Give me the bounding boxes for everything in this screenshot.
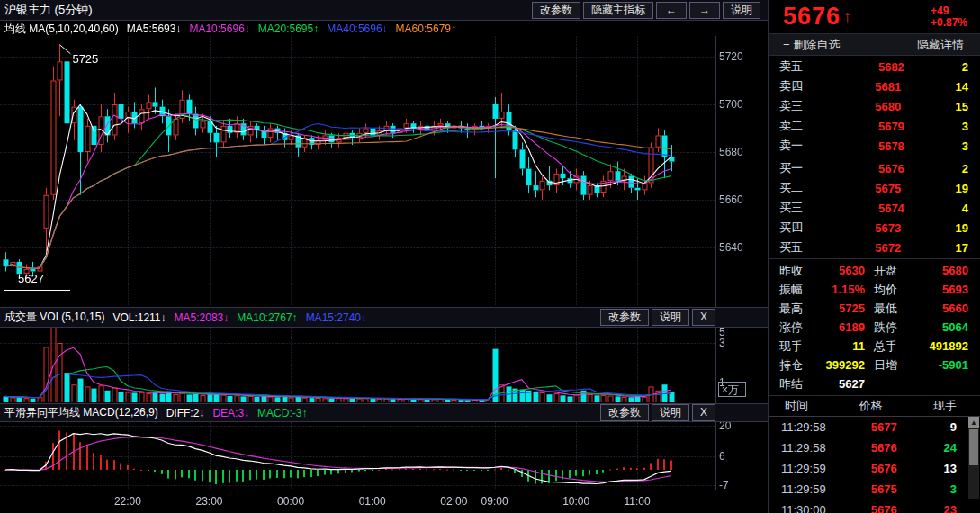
ask-row[interactable]: 卖五56822 [769, 57, 980, 76]
help-button[interactable]: 说明 [652, 404, 689, 421]
trade-time: 11:30:00 [781, 503, 854, 513]
level-label: 卖一 [779, 138, 821, 154]
trade-row[interactable]: 11:29:58567624 [769, 437, 980, 458]
next-arrow-button[interactable]: → [689, 2, 720, 19]
stat-row: 持仓399292日增-5901 [769, 356, 980, 374]
scroll-thumb[interactable] [969, 429, 978, 465]
level-label: 卖五 [779, 58, 821, 75]
price-chart-canvas[interactable] [0, 0, 768, 513]
stat-label: 昨收 [779, 263, 803, 279]
level-label: 卖二 [779, 118, 821, 134]
scroll-up-button[interactable]: ▲ [968, 417, 979, 428]
indicator-value: MA10:5696↓ [189, 22, 249, 35]
stat-value: 5064 [942, 320, 968, 334]
level-qty: 3 [962, 140, 968, 153]
help-button[interactable]: 说明 [652, 309, 689, 326]
chart-region: 沪银主力 (5分钟) 改参数隐藏主指标←→说明 均线 MA(5,10,20,40… [0, 0, 768, 513]
trade-row[interactable]: 11:30:00567623 [769, 500, 980, 513]
indicator-value: MA40:5696↓ [327, 22, 387, 35]
ask-row[interactable]: 卖二56793 [769, 116, 980, 136]
level-price: 5673 [821, 221, 956, 235]
trade-price: 5676 [854, 503, 914, 513]
trade-price: 5677 [854, 420, 914, 434]
trade-time: 11:29:59 [781, 462, 854, 475]
remove-watchlist-button[interactable]: − 删除自选 [783, 37, 840, 53]
stat-value: 5627 [839, 377, 874, 391]
bid-row[interactable]: 买二567519 [769, 178, 980, 198]
trade-history: 时间 价格 现手 11:29:585677911:29:5856762411:2… [769, 396, 980, 513]
stat-cell: 最低5660 [874, 301, 968, 317]
macd-panel-header: 平滑异同平均线 MACD(12,26,9)DIFF:2↓DEA:3↓MACD:-… [0, 403, 768, 422]
level-qty: 4 [962, 202, 968, 215]
bid-row[interactable]: 买五567217 [769, 238, 980, 257]
level-qty: 17 [956, 241, 968, 255]
col-qty: 现手 [899, 398, 957, 414]
stat-row: 现手11总手491892 [769, 337, 980, 356]
stat-label: 跌停 [874, 320, 897, 336]
change-params-button[interactable]: 改参数 [532, 2, 580, 19]
minus-icon: − [783, 38, 790, 51]
scrollbar[interactable]: ▲ [968, 417, 979, 499]
stat-cell: 跌停5064 [874, 320, 968, 336]
level-price: 5676 [821, 162, 962, 176]
level-label: 买二 [779, 180, 821, 196]
indicator-value: MA5:5693↓ [127, 22, 182, 35]
hide-details-button[interactable]: 隐藏详情 [917, 37, 964, 53]
close-button[interactable]: X [692, 309, 715, 326]
close-button[interactable]: X [692, 404, 715, 421]
stat-label: 均价 [874, 282, 897, 298]
bid-row[interactable]: 买四567319 [769, 218, 980, 238]
trade-qty: 24 [914, 441, 957, 454]
bid-row[interactable]: 买三56744 [769, 198, 980, 218]
stat-row: 昨结5627 [769, 374, 980, 393]
stat-label: 开盘 [874, 263, 897, 279]
stat-cell: 总手491892 [874, 338, 968, 355]
stat-cell: 持仓399292 [779, 357, 874, 374]
stat-value: 5680 [942, 264, 968, 277]
level-qty: 14 [956, 80, 968, 94]
hide-main-indicators-button[interactable]: 隐藏主指标 [583, 2, 653, 19]
level-label: 买四 [779, 220, 821, 236]
trade-time: 11:29:58 [781, 441, 854, 454]
stat-cell: 日增-5901 [874, 357, 968, 374]
indicator-value: DIFF:2↓ [166, 407, 205, 419]
level-price: 5680 [821, 100, 956, 113]
level-price: 5681 [821, 80, 956, 94]
indicator-value: DEA:3↓ [212, 407, 249, 419]
change-params-button[interactable]: 改参数 [600, 404, 649, 421]
indicator-value: MA60:5679↑ [396, 22, 456, 35]
price-change-block: +49 +0.87% [931, 5, 967, 29]
level-label: 卖四 [779, 78, 821, 94]
stat-value: 1.15% [832, 283, 874, 296]
ask-levels: 卖五56822卖四568114卖三568015卖二56793卖一56783 [769, 56, 980, 158]
macd-panel-buttons: 改参数说明X [600, 404, 715, 421]
trade-price: 5675 [854, 482, 914, 496]
indicator-value: MA20:5695↑ [258, 22, 319, 35]
trade-time: 11:29:59 [781, 482, 854, 496]
stat-value: 5660 [942, 302, 968, 315]
ask-row[interactable]: 卖四568114 [769, 76, 980, 96]
stat-label: 总手 [874, 338, 897, 355]
level-qty: 2 [962, 162, 968, 176]
ma-prefix-label: 均线 MA(5,10,20,40,60) [4, 22, 119, 35]
trade-row[interactable]: 11:29:5956753 [769, 479, 980, 500]
bid-row[interactable]: 买一56762 [769, 158, 980, 178]
trade-qty: 13 [914, 462, 957, 475]
quote-stats: 昨收5630开盘5680振幅1.15%均价5693最高5725最低5660涨停6… [769, 259, 980, 396]
trade-qty: 23 [914, 503, 957, 513]
macd-prefix-label: 平滑异同平均线 MACD(12,26,9) [4, 405, 158, 420]
trade-row[interactable]: 11:29:5856779 [769, 417, 980, 437]
main-chart-buttons: 改参数隐藏主指标←→说明 [532, 2, 760, 19]
prev-arrow-button[interactable]: ← [656, 2, 687, 19]
last-price-block: 5676 ↑ +49 +0.87% [769, 0, 980, 33]
symbol-title: 沪银主力 (5分钟) [4, 2, 93, 18]
volume-prefix-label: 成交量 VOL(5,10,15) [4, 310, 104, 325]
ask-row[interactable]: 卖一56783 [769, 136, 980, 156]
level-price: 5678 [821, 140, 962, 153]
change-params-button[interactable]: 改参数 [600, 309, 649, 326]
ma-indicator-bar: 均线 MA(5,10,20,40,60)MA5:5693↓MA10:5696↓M… [4, 22, 464, 37]
help-button[interactable]: 说明 [723, 2, 760, 19]
ask-row[interactable]: 卖三568015 [769, 96, 980, 116]
main-chart-header: 沪银主力 (5分钟) 改参数隐藏主指标←→说明 [0, 0, 768, 21]
trade-row[interactable]: 11:29:59567613 [769, 458, 980, 479]
